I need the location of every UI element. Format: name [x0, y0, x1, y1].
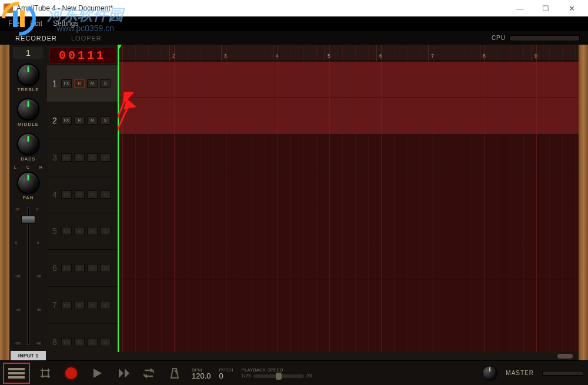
menu-edit[interactable]: Edit	[30, 19, 42, 28]
volume-fader[interactable]: 100-10-30-50 5-5-20-40-60	[14, 207, 42, 345]
track-r-button[interactable]: R	[74, 190, 85, 199]
track-fx-button[interactable]: FX	[61, 264, 72, 272]
menu-settings[interactable]: Settings	[53, 19, 78, 28]
middle-knob[interactable]	[17, 98, 39, 120]
track-s-button[interactable]: S	[100, 227, 111, 235]
playhead[interactable]	[118, 45, 119, 360]
track-row[interactable]: 6FXRMS	[47, 249, 118, 286]
pan-scale: L C R	[14, 165, 42, 169]
track-fx-button[interactable]: FX	[61, 338, 72, 346]
track-row[interactable]: 4FXRMS	[47, 176, 118, 213]
wood-edge-left	[0, 45, 9, 360]
track-row[interactable]: 1FXRMS	[47, 65, 118, 102]
grid-line	[187, 45, 188, 360]
track-s-button[interactable]: S	[100, 116, 111, 125]
minimize-button[interactable]: —	[507, 0, 533, 16]
track-r-button[interactable]: R	[74, 338, 85, 346]
record-button[interactable]	[62, 364, 80, 382]
grid-line	[381, 45, 382, 360]
grid-line	[420, 45, 420, 360]
track-row[interactable]: 2FXRMS	[47, 102, 118, 139]
record-icon	[65, 367, 77, 379]
track-s-button[interactable]: S	[100, 153, 111, 162]
grid-line	[200, 45, 201, 360]
input-label[interactable]: INPUT 1	[11, 351, 46, 360]
track-fx-button[interactable]: FX	[61, 116, 72, 125]
play-button[interactable]	[88, 364, 106, 382]
playback-speed[interactable]: PLAYBACK SPEED 1/2X 2X	[242, 367, 312, 379]
track-fx-button[interactable]: FX	[61, 79, 72, 88]
pan-knob[interactable]	[17, 172, 39, 194]
tab-looper[interactable]: LOOPER	[71, 35, 102, 42]
pan-label: PAN	[23, 195, 34, 200]
maximize-button[interactable]: ☐	[533, 0, 559, 16]
track-m-button[interactable]: M	[87, 190, 98, 199]
track-fx-button[interactable]: FX	[61, 190, 72, 199]
fader-handle[interactable]	[21, 216, 35, 224]
menu-file[interactable]: File	[8, 19, 19, 28]
grid-line	[290, 45, 291, 360]
track-row[interactable]: 8FXRMS	[47, 323, 118, 360]
channel-number: 1	[13, 47, 44, 59]
track-m-button[interactable]: M	[87, 264, 98, 272]
close-button[interactable]: ✕	[559, 0, 584, 16]
track-row[interactable]: 7FXRMS	[47, 286, 118, 323]
track-s-button[interactable]: S	[100, 190, 111, 199]
master-meter	[542, 371, 583, 376]
loop-button[interactable]	[140, 364, 158, 382]
grid-line	[446, 45, 446, 360]
track-fx-button[interactable]: FX	[61, 301, 72, 309]
tab-recorder[interactable]: RECORDER	[15, 35, 57, 42]
track-m-button[interactable]: M	[87, 79, 98, 88]
fader-scale-right: 5-5-20-40-60	[36, 207, 41, 345]
track-row[interactable]: 3FXRMS	[47, 139, 118, 176]
track-number: 4	[51, 190, 59, 199]
track-number: 2	[51, 116, 59, 125]
transport-bar: BPM 120.0 PITCH 0 PLAYBACK SPEED 1/2X 2X…	[0, 360, 588, 385]
track-r-button[interactable]: R	[74, 301, 85, 309]
master-knob[interactable]	[482, 366, 497, 381]
grid-line	[342, 45, 343, 360]
track-r-button[interactable]: R	[74, 79, 85, 88]
track-m-button[interactable]: M	[87, 301, 98, 309]
bpm-readout[interactable]: BPM 120.0	[192, 367, 211, 379]
track-s-button[interactable]: S	[100, 79, 111, 88]
grid-line	[329, 45, 330, 360]
menu-toggle-button[interactable]	[5, 364, 28, 382]
track-number: 6	[51, 263, 59, 273]
timeline-scrollbar[interactable]	[118, 352, 579, 360]
track-m-button[interactable]: M	[87, 153, 98, 162]
track-r-button[interactable]: R	[74, 227, 85, 235]
grid-line	[472, 45, 472, 360]
track-fx-button[interactable]: FX	[61, 153, 72, 162]
scrollbar-thumb[interactable]	[557, 354, 573, 359]
grid-line	[174, 45, 175, 360]
track-s-button[interactable]: S	[100, 264, 111, 272]
window-titlebar: AmpliTube 4 - New Document* — ☐ ✕	[0, 0, 588, 16]
grid-line	[252, 45, 252, 360]
track-s-button[interactable]: S	[100, 338, 111, 346]
timeline[interactable]: 23456789	[118, 45, 579, 360]
window-title: AmpliTube 4 - New Document*	[16, 4, 113, 12]
track-r-button[interactable]: R	[74, 116, 85, 125]
track-r-button[interactable]: R	[74, 264, 85, 272]
grid-line	[394, 45, 395, 360]
grid-snap-button[interactable]	[36, 364, 54, 382]
treble-knob[interactable]	[17, 63, 39, 86]
speed-slider[interactable]	[253, 374, 304, 378]
pitch-readout[interactable]: PITCH 0	[219, 367, 233, 379]
track-m-button[interactable]: M	[87, 116, 98, 125]
bass-knob[interactable]	[17, 133, 39, 155]
track-s-button[interactable]: S	[100, 301, 111, 309]
rewind-button[interactable]	[114, 364, 132, 382]
track-row[interactable]: 5FXRMS	[47, 213, 118, 250]
grid-line	[485, 45, 485, 360]
track-m-button[interactable]: M	[87, 227, 98, 235]
fader-scale-left: 100-10-30-50	[15, 207, 21, 345]
playhead-marker-icon	[118, 45, 122, 51]
track-m-button[interactable]: M	[87, 338, 98, 346]
track-r-button[interactable]: R	[74, 153, 85, 162]
track-fx-button[interactable]: FX	[61, 227, 72, 235]
metronome-button[interactable]	[166, 364, 183, 382]
grid-line	[265, 45, 265, 360]
